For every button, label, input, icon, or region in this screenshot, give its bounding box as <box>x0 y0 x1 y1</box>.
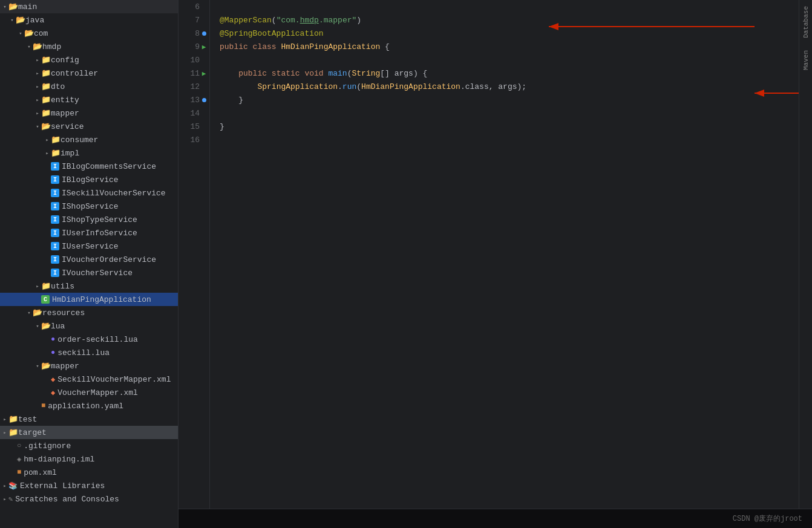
ext-lib-icon: 📚 <box>8 481 18 491</box>
sidebar-item-ISeckillVoucherService[interactable]: ▸ I ISeckillVoucherService <box>0 186 178 200</box>
sidebar-item-lua[interactable]: ▾ 📂 lua <box>0 319 178 333</box>
classname-HmDianPing: HmDianPingApplication <box>281 42 380 51</box>
plain-brace-open: { <box>380 42 390 51</box>
chevron-utils: ▸ <box>34 283 41 290</box>
entity-label: entity <box>51 96 79 105</box>
code-line-16 <box>220 133 789 146</box>
sidebar-item-IBlogService[interactable]: ▸ I IBlogService <box>0 173 178 186</box>
iml-file-icon: ◈ <box>17 455 21 464</box>
kw-static-11: static <box>272 69 305 78</box>
plain-dot: . <box>338 82 342 91</box>
sidebar-item-external-libraries[interactable]: ▸ 📚 External Libraries <box>0 479 178 492</box>
sidebar-item-IShopTypeService[interactable]: ▸ I IShopTypeService <box>0 213 178 226</box>
gutter-run-9[interactable]: ▶ <box>201 43 207 51</box>
sidebar-item-main[interactable]: ▾ 📂 main <box>0 0 178 13</box>
method-run: run <box>342 82 356 91</box>
sidebar-item-IBlogCommentsService[interactable]: ▸ I IBlogCommentsService <box>0 160 178 173</box>
interface-icon-IVoucher: I <box>51 269 59 277</box>
lua-label: lua <box>51 322 65 331</box>
maven-tab[interactable]: Maven <box>801 47 811 74</box>
scratches-icon: ✎ <box>8 495 13 504</box>
code-line-10 <box>220 53 789 67</box>
kw-class-9: class <box>253 42 281 51</box>
interface-icon-IUser: I <box>51 242 59 250</box>
sidebar-item-seckill-lua[interactable]: ▸ ● seckill.lua <box>0 346 178 359</box>
line-num-15: 15 <box>190 122 200 131</box>
sidebar-item-resources[interactable]: ▾ 📂 resources <box>0 306 178 319</box>
xml-file-icon-1: ◆ <box>51 375 55 384</box>
kw-public-11: public <box>238 69 272 78</box>
sidebar-item-impl[interactable]: ▸ 📁 impl <box>0 146 178 160</box>
database-tab[interactable]: Database <box>801 2 811 42</box>
code-lines: @MapperScan("com.hmdp.mapper") @SpringBo… <box>210 0 799 146</box>
folder-com-icon: 📂 <box>24 28 34 38</box>
sidebar-item-IShopService[interactable]: ▸ I IShopService <box>0 200 178 213</box>
code-line-11: public static void main(String[] args) { <box>220 67 789 80</box>
sidebar-tree: ▾ 📂 main ▾ 📂 java ▾ 📂 com ▾ 📂 hmdp ▸ 📁 c… <box>0 0 178 528</box>
chevron-lua: ▾ <box>34 323 41 330</box>
folder-mapper-res-icon: 📂 <box>41 361 51 371</box>
sidebar-item-order-seckill[interactable]: ▸ ● order-seckill.lua <box>0 333 178 346</box>
IVoucherOrderService-label: IVoucherOrderService <box>62 255 156 264</box>
pom-file-icon: ■ <box>17 468 21 477</box>
sidebar-item-SeckillVoucherMapper[interactable]: ▸ ◆ SeckillVoucherMapper.xml <box>0 373 178 386</box>
gutter-row-7: 7 <box>178 13 209 27</box>
folder-controller-icon: 📁 <box>41 68 51 78</box>
code-line-14 <box>220 106 789 120</box>
order-seckill-label: order-seckill.lua <box>57 335 138 344</box>
config-label: config <box>51 56 79 65</box>
sidebar-item-VoucherMapper[interactable]: ▸ ◆ VoucherMapper.xml <box>0 386 178 399</box>
sidebar-item-HmDianPingApplication[interactable]: ▸ C HmDianPingApplication <box>0 293 178 306</box>
IUserInfoService-label: IUserInfoService <box>62 229 137 238</box>
sidebar-item-utils[interactable]: ▸ 📁 utils <box>0 279 178 293</box>
gutter-row-12: 12 <box>178 80 209 93</box>
sidebar-item-hm-dianping-iml[interactable]: ▸ ◈ hm-dianping.iml <box>0 452 178 466</box>
classname-springapp: SpringApplication <box>257 82 338 91</box>
sidebar-item-controller[interactable]: ▸ 📁 controller <box>0 67 178 80</box>
sidebar-item-hmdp[interactable]: ▾ 📂 hmdp <box>0 40 178 53</box>
sidebar-item-java[interactable]: ▾ 📂 java <box>0 13 178 27</box>
sidebar-item-mapper[interactable]: ▸ 📁 mapper <box>0 106 178 120</box>
mapper-label: mapper <box>51 109 79 118</box>
plain-closing-brace: } <box>220 122 224 131</box>
sidebar-item-test[interactable]: ▸ 📁 test <box>0 412 178 426</box>
IVoucherService-label: IVoucherService <box>62 269 133 278</box>
sidebar-item-mapper-resources[interactable]: ▾ 📂 mapper <box>0 359 178 373</box>
interface-icon-IShop: I <box>51 202 59 210</box>
interface-icon-ISeckill: I <box>51 189 59 197</box>
chevron-java: ▾ <box>8 17 16 24</box>
sidebar-item-pom-xml[interactable]: ▸ ■ pom.xml <box>0 466 178 479</box>
sidebar-item-gitignore[interactable]: ▸ ○ .gitignore <box>0 439 178 452</box>
sidebar-item-com[interactable]: ▾ 📂 com <box>0 27 178 40</box>
lua-file-icon-2: ● <box>51 348 55 357</box>
plain-class: .class, args); <box>460 82 526 91</box>
sidebar-item-entity[interactable]: ▸ 📁 entity <box>0 93 178 106</box>
mapper-res-label: mapper <box>51 362 79 371</box>
right-strip: Database Maven <box>799 0 812 509</box>
kw-void-11: void <box>304 69 328 78</box>
sidebar-item-IUserInfoService[interactable]: ▸ I IUserInfoService <box>0 226 178 240</box>
line-num-10: 10 <box>190 56 200 65</box>
sidebar-item-target[interactable]: ▸ 📁 target <box>0 426 178 439</box>
chevron-test: ▸ <box>1 416 8 423</box>
interface-icon-IUserInfo: I <box>51 229 59 237</box>
line-num-12: 12 <box>190 82 200 91</box>
database-tab-label: Database <box>802 6 810 38</box>
chevron-hmdp: ▾ <box>25 44 33 50</box>
sidebar-item-IVoucherOrderService[interactable]: ▸ I IVoucherOrderService <box>0 253 178 266</box>
sidebar-item-application-yaml[interactable]: ▸ ■ application.yaml <box>0 399 178 412</box>
folder-resources-icon: 📂 <box>33 308 42 318</box>
hmdp-label: hmdp <box>42 42 61 51</box>
sidebar-item-IVoucherService[interactable]: ▸ I IVoucherService <box>0 266 178 279</box>
sidebar-item-config[interactable]: ▸ 📁 config <box>0 53 178 67</box>
annotation-mapperscan: @MapperScan <box>220 16 272 25</box>
sidebar-item-IUserService[interactable]: ▸ I IUserService <box>0 240 178 253</box>
folder-test-icon: 📁 <box>8 414 18 424</box>
sidebar-item-dto[interactable]: ▸ 📁 dto <box>0 80 178 93</box>
string-com-hmdp: "com.hmdp.mapper" <box>277 16 357 25</box>
sidebar-item-scratches[interactable]: ▸ ✎ Scratches and Consoles <box>0 492 178 506</box>
sidebar-item-service[interactable]: ▾ 📂 service <box>0 120 178 133</box>
IBlogService-label: IBlogService <box>62 175 119 184</box>
sidebar-item-consumer[interactable]: ▸ 📁 consumer <box>0 133 178 146</box>
lua-file-icon-1: ● <box>51 335 55 344</box>
